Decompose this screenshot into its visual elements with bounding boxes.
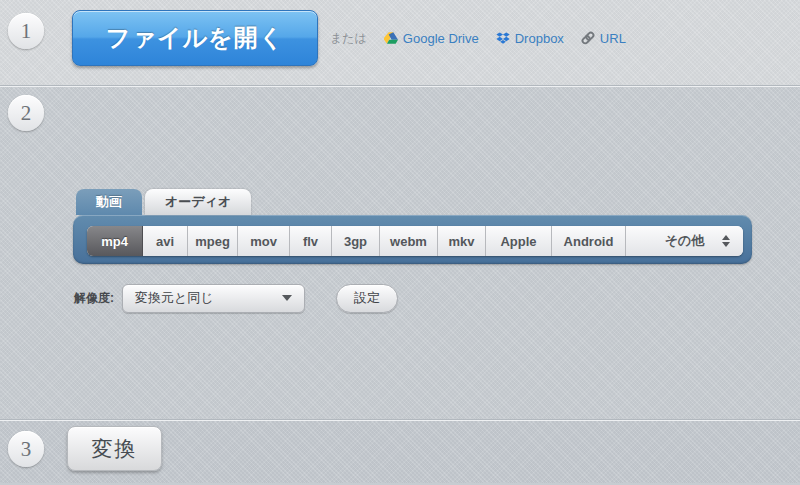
format-option-mpeg[interactable]: mpeg <box>188 226 238 256</box>
tab-video[interactable]: 動画 <box>76 189 142 215</box>
format-option-label: mp4 <box>101 234 128 249</box>
section-open-file: 1 ファイルを開く または Google Drive <box>0 0 800 85</box>
settings-button[interactable]: 設定 <box>336 284 398 313</box>
open-file-button[interactable]: ファイルを開く <box>72 10 318 66</box>
format-option-other[interactable]: その他 <box>626 226 743 256</box>
tab-audio-label: オーディオ <box>165 193 231 211</box>
format-option-apple[interactable]: Apple <box>486 226 552 256</box>
format-option-label: mov <box>250 234 277 249</box>
resolution-dropdown[interactable]: 変換元と同じ <box>122 284 305 313</box>
dropbox-link[interactable]: Dropbox <box>496 31 564 46</box>
step-number-3-label: 3 <box>21 437 32 462</box>
link-icon <box>581 31 595 45</box>
convert-button-label: 変換 <box>92 435 138 463</box>
format-option-mkv[interactable]: mkv <box>438 226 486 256</box>
url-link[interactable]: URL <box>581 31 626 46</box>
google-drive-link[interactable]: Google Drive <box>384 31 479 46</box>
format-option-android[interactable]: Android <box>552 226 626 256</box>
spinner-down-arrow-icon <box>722 242 730 247</box>
format-option-label: webm <box>390 234 427 249</box>
url-link-label: URL <box>600 31 626 46</box>
spinner-up-arrow-icon <box>722 235 730 240</box>
format-option-label: その他 <box>665 232 705 250</box>
dropbox-link-label: Dropbox <box>515 31 564 46</box>
format-option-3gp[interactable]: 3gp <box>332 226 380 256</box>
tab-audio[interactable]: オーディオ <box>145 189 251 215</box>
format-bar: mp4 avi mpeg mov flv 3gp webm mkv <box>73 215 752 264</box>
format-option-webm[interactable]: webm <box>380 226 438 256</box>
format-option-label: avi <box>156 234 174 249</box>
format-option-label: Apple <box>500 234 536 249</box>
google-drive-icon <box>384 32 398 44</box>
dropbox-icon <box>496 32 510 45</box>
format-option-label: mkv <box>448 234 474 249</box>
google-drive-link-label: Google Drive <box>403 31 479 46</box>
open-file-button-label: ファイルを開く <box>106 22 284 54</box>
chevron-down-icon <box>282 295 292 301</box>
tab-video-label: 動画 <box>96 193 122 211</box>
step-number-2: 2 <box>8 95 44 131</box>
format-segmented-control: mp4 avi mpeg mov flv 3gp webm mkv <box>87 226 743 256</box>
settings-button-label: 設定 <box>354 289 380 307</box>
step-number-1-label: 1 <box>21 19 32 44</box>
step-number-3: 3 <box>8 431 44 467</box>
format-option-mp4[interactable]: mp4 <box>87 226 143 256</box>
section-format-options: 2 動画 オーディオ mp4 avi mpeg mov flv <box>0 85 800 419</box>
step-number-2-label: 2 <box>21 101 32 126</box>
format-option-label: flv <box>303 234 318 249</box>
resolution-dropdown-value: 変換元と同じ <box>135 289 214 307</box>
format-option-avi[interactable]: avi <box>143 226 188 256</box>
format-option-label: mpeg <box>195 234 230 249</box>
format-option-label: 3gp <box>344 234 367 249</box>
resolution-row: 解像度: 変換元と同じ 設定 <box>74 283 398 313</box>
format-option-mov[interactable]: mov <box>238 226 290 256</box>
spinner-icon[interactable] <box>722 235 730 247</box>
convert-button[interactable]: 変換 <box>67 426 162 471</box>
format-option-flv[interactable]: flv <box>290 226 332 256</box>
alternative-sources-row: または Google Drive Dr <box>330 0 626 76</box>
or-text: または <box>330 30 367 47</box>
resolution-label: 解像度: <box>74 290 114 307</box>
step-number-1: 1 <box>8 13 44 49</box>
media-type-tabs: 動画 オーディオ <box>76 189 251 215</box>
section-convert: 3 変換 <box>0 419 800 483</box>
format-option-label: Android <box>564 234 614 249</box>
